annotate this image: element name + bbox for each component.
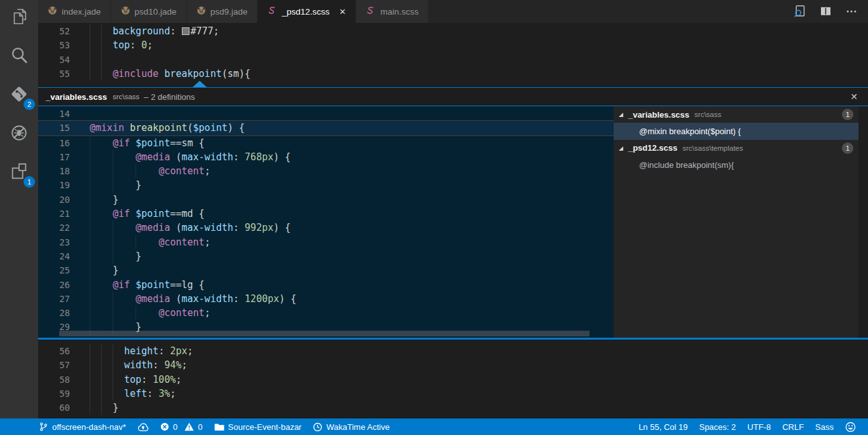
indent-guide — [90, 38, 90, 52]
code-text: top: 0; — [90, 38, 153, 52]
status-problems-errors[interactable]: 0 — [155, 418, 183, 435]
line-number: 17 — [38, 150, 70, 164]
status-eol[interactable]: CRLF — [776, 418, 809, 435]
line-number: 59 — [38, 387, 70, 401]
activity-badge: 2 — [24, 99, 35, 110]
more-actions-icon[interactable] — [845, 5, 858, 18]
editor[interactable]: 52 background: #777;53 top: 0;54 55 @inc… — [38, 23, 868, 418]
branch-icon — [39, 422, 48, 432]
split-editor-icon[interactable] — [819, 5, 832, 18]
indent-guide — [135, 306, 136, 320]
status-feedback[interactable] — [839, 418, 862, 435]
status-language-mode[interactable]: Sass — [809, 418, 839, 435]
peek-result-file[interactable]: ◢_variables.scsssrc\sass1 — [614, 106, 858, 123]
line-number: 55 — [38, 67, 70, 81]
line-number: 27 — [38, 292, 70, 306]
code-text: @include breakpoint(sm){ — [90, 67, 251, 81]
pug-file-icon — [121, 6, 130, 17]
status-encoding[interactable]: UTF-8 — [741, 418, 776, 435]
code-line: 29 } — [38, 320, 614, 334]
indent-guide — [113, 387, 113, 401]
activity-item-explorer[interactable] — [9, 8, 29, 28]
peek-editor[interactable]: 1415@mixin breakpoint($point) {16 @if $p… — [38, 106, 614, 338]
code-line: 27 @media (max-width: 1200px) { — [38, 292, 614, 306]
indent-guide — [90, 373, 90, 387]
line-number: 26 — [38, 278, 70, 292]
status-git-branch[interactable]: offscreen-dash-nav* — [33, 418, 132, 435]
indent-guide — [101, 344, 102, 358]
code-text: width: 94%; — [90, 358, 188, 372]
expand-twisty-icon[interactable]: ◢ — [619, 111, 623, 118]
tab-close-icon[interactable]: ✕ — [339, 7, 346, 17]
indent-guide — [101, 401, 102, 415]
code-text: } — [90, 249, 141, 263]
tab-label: psd9.jade — [210, 7, 248, 17]
line-number: 52 — [38, 24, 70, 38]
code-line: 14 — [38, 107, 614, 121]
warning-icon — [184, 422, 194, 431]
activity-item-search[interactable] — [9, 46, 29, 67]
line-number: 54 — [38, 53, 70, 67]
code-line: 52 background: #777; — [38, 24, 859, 38]
tab-main.scss[interactable]: main.scss — [356, 0, 429, 23]
activity-item-source-control[interactable]: 2 — [9, 85, 29, 106]
status-indentation[interactable]: Spaces: 2 — [693, 418, 741, 435]
line-number: 58 — [38, 373, 70, 387]
code-line: 28 @content; — [38, 306, 614, 320]
status-bar-left: offscreen-dash-nav*00Source-Event-bazarW… — [0, 418, 396, 435]
activity-item-extensions[interactable]: 1 — [9, 163, 29, 183]
code-text: background: #777; — [90, 24, 219, 38]
status-cursor-position[interactable]: Ln 55, Col 19 — [633, 418, 693, 435]
status-label: Source-Event-bazar — [228, 422, 302, 432]
indent-guide — [113, 178, 113, 192]
open-preview-icon[interactable] — [793, 4, 806, 18]
code-text: @content; — [90, 306, 210, 320]
indent-guide — [90, 263, 90, 277]
search-icon — [10, 46, 29, 67]
indent-guide — [90, 164, 90, 178]
status-folder[interactable]: Source-Event-bazar — [209, 418, 308, 435]
status-label: Ln 55, Col 19 — [638, 422, 687, 432]
status-bar-right: Ln 55, Col 19Spaces: 2UTF-8CRLFSass — [633, 418, 868, 435]
status-wakatime[interactable]: WakaTime Active — [307, 418, 395, 435]
indent-guide — [113, 306, 113, 320]
peek-arrow — [193, 81, 207, 87]
line-number: 23 — [38, 235, 70, 249]
code-line: 25 } — [38, 263, 614, 277]
line-number: 21 — [38, 207, 70, 221]
line-number: 14 — [38, 107, 70, 121]
indent-guide — [90, 67, 90, 81]
indent-guide — [135, 164, 136, 178]
peek-result-reference[interactable]: @include breakpoint(sm){ — [614, 156, 858, 173]
tab-psd9.jade[interactable]: psd9.jade — [187, 0, 258, 23]
peek-code: 1415@mixin breakpoint($point) {16 @if $p… — [38, 107, 614, 335]
status-label: offscreen-dash-nav* — [52, 422, 126, 432]
result-count-badge: 1 — [842, 109, 853, 120]
editor-actions — [793, 0, 868, 23]
code-text: } — [90, 320, 141, 334]
indent-guide — [113, 358, 113, 372]
close-icon[interactable]: ✕ — [848, 92, 860, 102]
editor-group: index.jadepsd10.jadepsd9.jade_psd12.scss… — [38, 0, 868, 418]
peek-result-file[interactable]: ◢_psd12.scsssrc\sass\templates1 — [614, 140, 858, 156]
code-text: @if $point==sm { — [90, 136, 205, 150]
indent-guide — [113, 164, 113, 178]
indent-guide — [113, 150, 113, 164]
indent-guide — [101, 53, 102, 67]
code-line: 19 } — [38, 178, 614, 192]
status-problems-warnings[interactable]: 0 — [183, 418, 208, 435]
status-label: UTF-8 — [747, 422, 771, 432]
indent-guide — [113, 292, 113, 306]
indent-guide — [113, 221, 113, 235]
activity-item-debug[interactable] — [9, 124, 29, 144]
status-label: Spaces: 2 — [699, 422, 736, 432]
code-line: 56 height: 2px; — [38, 344, 859, 358]
tab-index.jade[interactable]: index.jade — [38, 0, 111, 23]
code-line: 57 width: 94%; — [38, 358, 859, 372]
tab-_psd12.scss[interactable]: _psd12.scss✕ — [258, 0, 356, 23]
expand-twisty-icon[interactable]: ◢ — [619, 145, 623, 151]
peek-result-reference[interactable]: @mixin breakpoint($point) { — [614, 123, 858, 139]
status-sync[interactable] — [132, 418, 155, 435]
pug-file-icon — [196, 6, 206, 17]
tab-psd10.jade[interactable]: psd10.jade — [111, 0, 187, 23]
